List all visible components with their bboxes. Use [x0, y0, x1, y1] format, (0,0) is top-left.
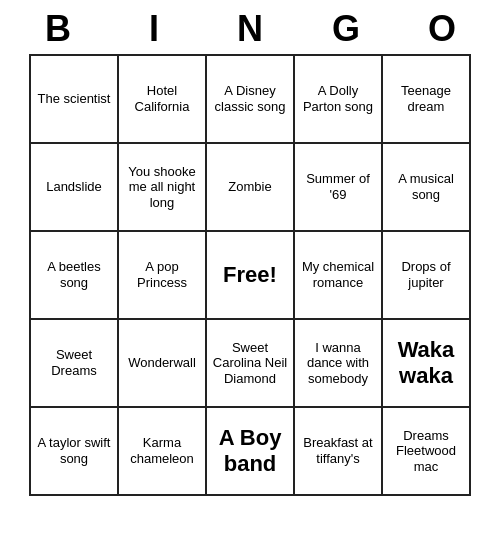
bingo-cell-21: Karma chameleon — [119, 408, 207, 496]
bingo-cell-11: A pop Princess — [119, 232, 207, 320]
bingo-cell-14: Drops of jupiter — [383, 232, 471, 320]
bingo-letter: G — [302, 8, 390, 50]
bingo-letter: I — [110, 8, 198, 50]
bingo-cell-10: A beetles song — [31, 232, 119, 320]
bingo-cell-15: Sweet Dreams — [31, 320, 119, 408]
bingo-cell-3: A Dolly Parton song — [295, 56, 383, 144]
bingo-grid: The scientistHotel CaliforniaA Disney cl… — [29, 54, 471, 496]
bingo-cell-9: A musical song — [383, 144, 471, 232]
bingo-cell-0: The scientist — [31, 56, 119, 144]
bingo-cell-12: Free! — [207, 232, 295, 320]
bingo-header: BINGO — [10, 0, 490, 54]
bingo-cell-5: Landslide — [31, 144, 119, 232]
bingo-cell-24: Dreams Fleetwood mac — [383, 408, 471, 496]
bingo-cell-16: Wonderwall — [119, 320, 207, 408]
bingo-letter: B — [14, 8, 102, 50]
bingo-cell-4: Teenage dream — [383, 56, 471, 144]
bingo-cell-7: Zombie — [207, 144, 295, 232]
bingo-letter: O — [398, 8, 486, 50]
bingo-cell-1: Hotel California — [119, 56, 207, 144]
bingo-cell-8: Summer of '69 — [295, 144, 383, 232]
bingo-cell-22: A Boy band — [207, 408, 295, 496]
bingo-cell-13: My chemical romance — [295, 232, 383, 320]
bingo-cell-2: A Disney classic song — [207, 56, 295, 144]
bingo-cell-17: Sweet Carolina Neil Diamond — [207, 320, 295, 408]
bingo-cell-18: I wanna dance with somebody — [295, 320, 383, 408]
bingo-letter: N — [206, 8, 294, 50]
bingo-cell-6: You shooke me all night long — [119, 144, 207, 232]
bingo-cell-23: Breakfast at tiffany's — [295, 408, 383, 496]
bingo-cell-19: Waka waka — [383, 320, 471, 408]
bingo-cell-20: A taylor swift song — [31, 408, 119, 496]
